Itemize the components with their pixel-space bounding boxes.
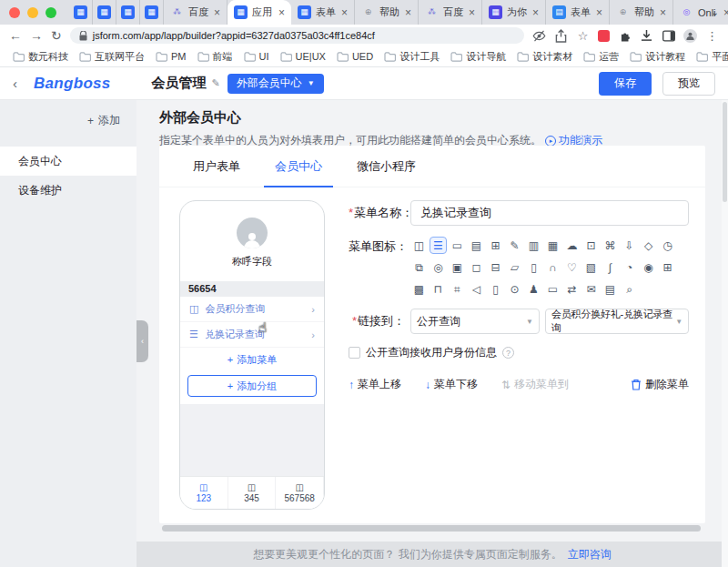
address-bar[interactable]: jsform.com/app/lapp/builder?appid=6327da… [70, 27, 524, 44]
app-switcher-dropdown[interactable]: 外部会员中心 ▼ [228, 74, 324, 94]
phone-bottom-tab[interactable]: ◫ 123 [180, 477, 228, 509]
camera-icon[interactable]: ⊙ [506, 280, 523, 298]
close-tab-icon[interactable]: × [532, 6, 539, 19]
chat-icon[interactable]: ◻ [468, 258, 485, 276]
menu-name-input[interactable] [410, 200, 689, 226]
link-target-select[interactable]: 会员积分换好礼-兑换记录查询 ▼ [545, 309, 689, 334]
bookmark-item[interactable]: ⊕ UI [238, 50, 275, 64]
redeem-record-query-item[interactable]: ☰ 兑换记录查询 › [180, 322, 324, 348]
browser-tab[interactable]: ⊕ 帮助 × [610, 0, 673, 25]
comment-icon[interactable]: ▭ [544, 280, 561, 298]
builder-tab[interactable]: 用户表单 [182, 146, 251, 187]
download-box-icon[interactable]: ⇩ [621, 237, 638, 254]
bookmark-item[interactable]: ⊕ UED [331, 50, 379, 64]
close-tab-icon[interactable]: × [723, 6, 728, 19]
share-icon[interactable] [554, 29, 568, 43]
close-tab-icon[interactable]: × [596, 6, 602, 19]
browser-tab[interactable]: ⁂ 百度 × [164, 0, 228, 25]
browser-tab[interactable]: ▤ 表单 × [546, 0, 610, 25]
bookmark-item[interactable]: ⊕ 运营 [578, 50, 624, 64]
minimize-window-icon[interactable] [27, 7, 38, 18]
back-icon[interactable]: ← [9, 29, 22, 42]
wallet-icon[interactable]: ⊟ [487, 258, 504, 276]
close-tab-icon[interactable]: × [278, 6, 285, 19]
add-group-button[interactable]: + 添加分组 [187, 375, 317, 397]
paperclip-icon[interactable]: ∫ [602, 258, 619, 276]
browser-menu-icon[interactable]: ⋮ [705, 29, 719, 43]
edit-title-icon[interactable]: ✎ [212, 77, 220, 89]
bookmark-item[interactable]: ⊕ 前端 [192, 50, 238, 64]
tab-search-caret-icon[interactable]: ⌄ [712, 7, 719, 17]
bookmark-star-icon[interactable]: ☆ [576, 29, 590, 43]
target-icon[interactable]: ◉ [640, 258, 657, 276]
delete-menu-button[interactable]: 删除菜单 [631, 377, 689, 392]
mobile-phone-icon[interactable]: ▯ [487, 280, 504, 298]
bookmark-item[interactable]: ⊕ 设计教程 [624, 50, 691, 64]
search-icon[interactable]: ⌕ [621, 280, 638, 298]
member-points-query-item[interactable]: ◫ 会员积分查询 › [180, 297, 324, 322]
browser-tab[interactable]: ▦ 表单 × [291, 0, 355, 25]
megaphone-icon[interactable]: ◁ [468, 280, 485, 298]
lock-icon[interactable]: ⊓ [430, 280, 447, 298]
consult-now-link[interactable]: 立即咨询 [568, 547, 612, 562]
move-menu-down-button[interactable]: ↓ 菜单下移 [425, 377, 478, 392]
close-tab-icon[interactable]: × [469, 6, 475, 19]
horizontal-scrollbar[interactable] [162, 525, 701, 532]
phone-bottom-tab[interactable]: ◫ 345 [228, 477, 277, 509]
bookmark-item[interactable]: ⊕ UE|UX [275, 50, 331, 64]
menu-group-title[interactable]: 56654 [180, 281, 324, 297]
mail-icon[interactable]: ✉ [582, 280, 600, 298]
chart-file-icon[interactable]: ▧ [582, 258, 600, 276]
vertical-scrollbar[interactable] [722, 100, 728, 567]
zoom-window-icon[interactable] [46, 7, 56, 18]
bookmark-item[interactable]: ⊕ 平面设计 [691, 50, 728, 64]
sidebar-item[interactable]: 会员中心 [0, 147, 136, 176]
sidebar-add-button[interactable]: + 添加 [0, 107, 136, 134]
medal-icon[interactable]: ◎ [430, 258, 447, 276]
report-icon[interactable]: ▥ [525, 237, 542, 254]
bookmark-item[interactable]: ⊕ 设计工具 [379, 50, 445, 64]
forward-icon[interactable]: → [30, 29, 43, 42]
collapse-sidebar-handle[interactable]: ‹ [136, 320, 148, 362]
bangboss-logo[interactable]: Bangboss [34, 75, 111, 93]
preview-button[interactable]: 预览 [662, 72, 715, 96]
calendar-icon[interactable]: ⊞ [659, 258, 676, 276]
pinned-tab[interactable]: ▦ [69, 0, 93, 25]
browser-tab[interactable]: ◎ Onli × [673, 0, 728, 25]
link-type-select[interactable]: 公开查询 ▼ [410, 309, 540, 334]
bookmark-item[interactable]: ⊕ PM [150, 50, 192, 64]
close-tab-icon[interactable]: × [341, 6, 348, 19]
browser-tab[interactable]: ⊕ 帮助 × [355, 0, 419, 25]
reload-icon[interactable]: ↻ [51, 29, 62, 42]
close-window-icon[interactable] [9, 7, 20, 18]
builder-tab[interactable]: 会员中心 [264, 146, 333, 187]
qr-code-icon[interactable]: ▩ [410, 280, 428, 298]
headset-icon[interactable]: ∩ [544, 258, 561, 276]
id-card-icon[interactable]: ◫ [410, 237, 428, 254]
user-icon[interactable]: ♟ [525, 280, 542, 298]
heart-icon[interactable]: ♡ [563, 258, 581, 276]
menu-list-icon[interactable]: ☰ [430, 237, 447, 254]
pie-chart-icon[interactable]: ◔ [621, 258, 638, 276]
folder-icon[interactable]: ▱ [506, 258, 523, 276]
monitor-icon[interactable]: ▭ [449, 237, 466, 254]
nickname-field[interactable]: 称呼字段 [232, 255, 272, 268]
browser-tab[interactable]: ⁂ 百度 × [419, 0, 482, 25]
move-menu-up-button[interactable]: ↑ 菜单上移 [349, 377, 401, 392]
command-icon[interactable]: ⌘ [602, 237, 619, 254]
bookmark-item[interactable]: ⊕ 设计素材 [511, 50, 578, 64]
image-icon[interactable]: ▦ [544, 237, 561, 254]
calendar-note-icon[interactable]: ▣ [449, 258, 466, 276]
close-tab-icon[interactable]: × [405, 6, 411, 19]
downloads-icon[interactable] [640, 29, 653, 43]
save-button[interactable]: 保存 [599, 72, 652, 96]
move-menu-to-button[interactable]: ⇅ 移动菜单到 [501, 377, 569, 392]
close-tab-icon[interactable]: × [214, 6, 220, 19]
pinned-tab[interactable]: ▦ [116, 0, 140, 25]
receive-identity-checkbox[interactable] [349, 347, 360, 359]
browser-tab[interactable]: ▦ 为你 × [482, 0, 546, 25]
copy-icon[interactable]: ⧉ [410, 258, 428, 276]
browser-tab[interactable]: ▦ 应用 × [228, 0, 291, 25]
clock-icon[interactable]: ◷ [659, 237, 676, 254]
news-icon[interactable]: ▤ [602, 280, 619, 298]
